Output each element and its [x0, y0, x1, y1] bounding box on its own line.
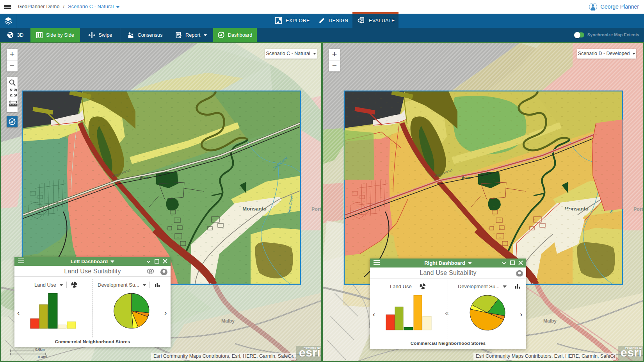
svg-text:0.4mi: 0.4mi [38, 355, 47, 359]
svg-text:0.6km: 0.6km [35, 348, 45, 351]
